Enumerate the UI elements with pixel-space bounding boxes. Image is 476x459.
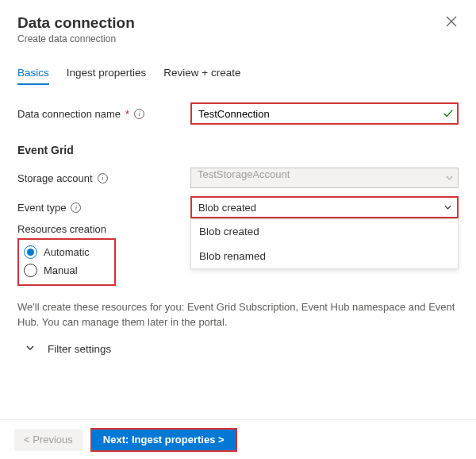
chevron-down-icon	[25, 343, 35, 355]
radio-manual[interactable]: Manual	[24, 261, 109, 280]
info-icon[interactable]: i	[71, 202, 81, 213]
required-asterisk: *	[125, 108, 129, 120]
resources-creation-label: Resources creation	[17, 223, 190, 235]
tab-ingest-properties[interactable]: Ingest properties	[67, 67, 147, 85]
next-button[interactable]: Next: Ingest properties >	[90, 428, 237, 452]
event-grid-heading: Event Grid	[17, 144, 459, 156]
footer: < Previous Next: Ingest properties >	[0, 419, 476, 459]
storage-account-select[interactable]: TestStorageAccount	[190, 168, 459, 188]
dropdown-option-blob-renamed[interactable]: Blob renamed	[191, 244, 458, 268]
info-icon[interactable]: i	[98, 173, 108, 183]
storage-account-value: TestStorageAccount	[198, 168, 290, 180]
storage-account-label: Storage account	[17, 172, 93, 184]
radio-icon	[24, 264, 37, 277]
page-title: Data connection	[17, 14, 135, 32]
close-icon[interactable]	[444, 14, 459, 31]
data-connection-name-label: Data connection name	[17, 108, 121, 120]
resources-creation-radio-group: Automatic Manual	[17, 238, 116, 286]
previous-button[interactable]: < Previous	[14, 429, 83, 451]
filter-settings-label: Filter settings	[48, 343, 111, 355]
tabs: Basics Ingest properties Review + create	[17, 67, 459, 85]
info-icon[interactable]: i	[134, 109, 144, 119]
radio-automatic-label: Automatic	[44, 246, 90, 258]
data-connection-name-input[interactable]	[190, 102, 459, 125]
event-type-select[interactable]: Blob created	[190, 196, 459, 218]
event-type-dropdown: Blob created Blob renamed	[190, 218, 459, 269]
event-type-value: Blob created	[198, 202, 256, 214]
radio-automatic[interactable]: Automatic	[24, 243, 109, 261]
tab-basics[interactable]: Basics	[17, 67, 49, 85]
dropdown-option-blob-created[interactable]: Blob created	[191, 219, 458, 244]
tab-review-create[interactable]: Review + create	[163, 67, 240, 85]
event-type-label: Event type	[17, 202, 66, 214]
radio-manual-label: Manual	[44, 264, 78, 276]
help-text: We'll create these resources for you: Ev…	[17, 300, 459, 330]
filter-settings-toggle[interactable]: Filter settings	[17, 343, 459, 355]
radio-icon	[24, 245, 37, 259]
page-subtitle: Create data connection	[17, 33, 135, 44]
